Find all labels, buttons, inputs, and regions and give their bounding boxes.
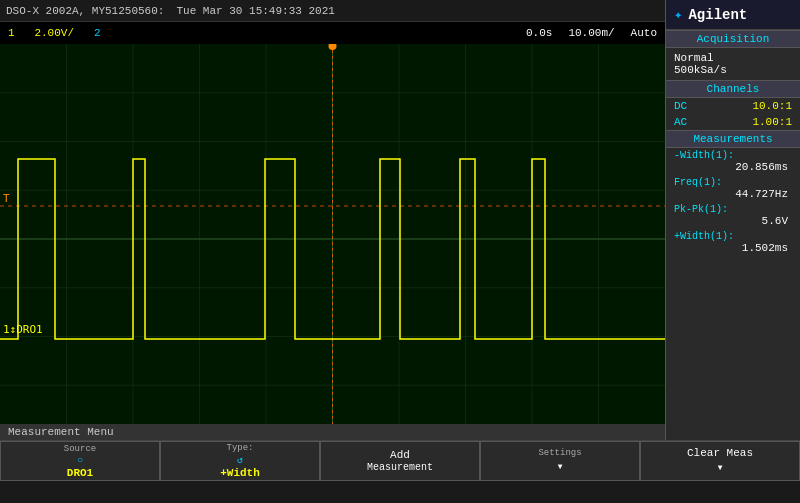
channel-dc-row: DC 10.0:1: [666, 98, 800, 114]
svg-text:T: T: [3, 192, 10, 205]
clear-meas-arrow-icon: ▾: [716, 460, 723, 475]
meas-item-0: -Width(1): 20.856ms: [666, 148, 800, 175]
ac-label: AC: [674, 116, 687, 128]
source-label-top: Source: [64, 444, 96, 454]
brand-header: ✦ Agilent: [666, 0, 800, 30]
settings-arrow-icon: ▾: [556, 459, 563, 474]
time-scale: 10.00m/: [568, 27, 614, 39]
ch1-indicator: 1 2.00V/: [8, 27, 74, 39]
add-meas-sub: Measurement: [367, 462, 433, 473]
type-label-top: Type:: [226, 443, 253, 453]
settings-button[interactable]: Settings ▾: [480, 441, 640, 481]
time-offset: 0.0s: [526, 27, 552, 39]
acquisition-content: Normal 500kSa/s: [666, 48, 800, 80]
device-id: DSO-X 2002A, MY51250560:: [6, 5, 164, 17]
add-meas-main: Add: [390, 449, 410, 461]
measurement-menu-label: Measurement Menu: [0, 424, 665, 440]
brand-name: Agilent: [688, 7, 747, 23]
source-icon: ○: [77, 455, 83, 466]
channels-header: Channels: [666, 80, 800, 98]
right-panel: ✦ Agilent Acquisition Normal 500kSa/s Ch…: [665, 0, 800, 440]
dc-label: DC: [674, 100, 687, 112]
meas-label-1: Freq(1):: [674, 177, 792, 188]
acquisition-header: Acquisition: [666, 30, 800, 48]
dc-value: 10.0:1: [752, 100, 792, 112]
type-button[interactable]: Type: ↺ +Width: [160, 441, 320, 481]
measurements-header: Measurements: [666, 130, 800, 148]
menu-buttons-row: Source ○ DRO1 Type: ↺ +Width Add Measure…: [0, 441, 800, 481]
acq-mode: Normal: [674, 52, 792, 64]
meas-item-1: Freq(1): 44.727Hz: [666, 175, 800, 202]
meas-value-0: 20.856ms: [674, 161, 792, 173]
source-value: DRO1: [67, 467, 93, 479]
add-measurement-button[interactable]: Add Measurement: [320, 441, 480, 481]
ch2-indicator: 2: [94, 27, 101, 39]
ac-value: 1.00:1: [752, 116, 792, 128]
scale-bar: 1 2.00V/ 2 0.0s 10.00m/ Auto: [0, 22, 665, 44]
type-icon: ↺: [237, 454, 243, 466]
datetime: Tue Mar 30 15:49:33 2021: [176, 5, 334, 17]
type-value: +Width: [220, 467, 260, 479]
acq-rate: 500kSa/s: [674, 64, 792, 76]
bottom-menu: Source ○ DRO1 Type: ↺ +Width Add Measure…: [0, 440, 800, 503]
meas-label-3: +Width(1):: [674, 231, 792, 242]
settings-label: Settings: [538, 448, 581, 458]
clear-meas-button[interactable]: Clear Meas ▾: [640, 441, 800, 481]
meas-item-2: Pk-Pk(1): 5.6V: [666, 202, 800, 229]
meas-item-3: +Width(1): 1.502ms: [666, 229, 800, 256]
meas-value-2: 5.6V: [674, 215, 792, 227]
channel-ac-row: AC 1.00:1: [666, 114, 800, 130]
meas-value-3: 1.502ms: [674, 242, 792, 254]
trig-mode: Auto: [631, 27, 657, 39]
source-button[interactable]: Source ○ DRO1: [0, 441, 160, 481]
clear-meas-label: Clear Meas: [687, 447, 753, 459]
meas-value-1: 44.727Hz: [674, 188, 792, 200]
meas-label-2: Pk-Pk(1):: [674, 204, 792, 215]
meas-label-0: -Width(1):: [674, 150, 792, 161]
svg-text:1↕DRO1: 1↕DRO1: [3, 323, 43, 336]
scope-area: T 1↕DRO1: [0, 44, 665, 434]
agilent-logo-icon: ✦: [674, 6, 682, 23]
